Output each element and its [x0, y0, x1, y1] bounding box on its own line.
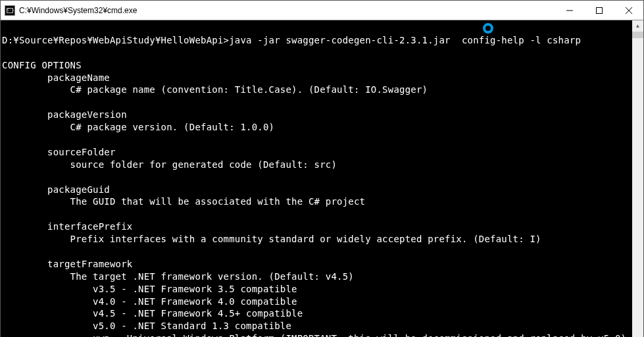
terminal-output[interactable]: D:¥Source¥Repos¥WebApiStudy¥HelloWebApi>… [1, 20, 632, 337]
window-title: C:¥Windows¥System32¥cmd.exe [19, 6, 555, 15]
scroll-up-arrow[interactable]: ▲ [632, 20, 643, 32]
minimize-button[interactable] [555, 1, 584, 20]
close-button[interactable] [614, 1, 643, 20]
scroll-track[interactable] [632, 32, 643, 337]
loading-ring-icon [483, 23, 493, 34]
cmd-icon: C:\ [5, 5, 15, 16]
vertical-scrollbar[interactable]: ▲ ▼ [632, 20, 643, 337]
scroll-thumb[interactable] [632, 32, 643, 38]
window-titlebar: C:\ C:¥Windows¥System32¥cmd.exe [1, 1, 643, 20]
maximize-button[interactable] [584, 1, 614, 20]
svg-rect-1 [596, 7, 602, 13]
cmd-window: C:\ C:¥Windows¥System32¥cmd.exe D:¥Sourc… [0, 0, 644, 337]
window-controls [555, 1, 643, 20]
terminal-area: D:¥Source¥Repos¥WebApiStudy¥HelloWebApi>… [1, 20, 643, 337]
